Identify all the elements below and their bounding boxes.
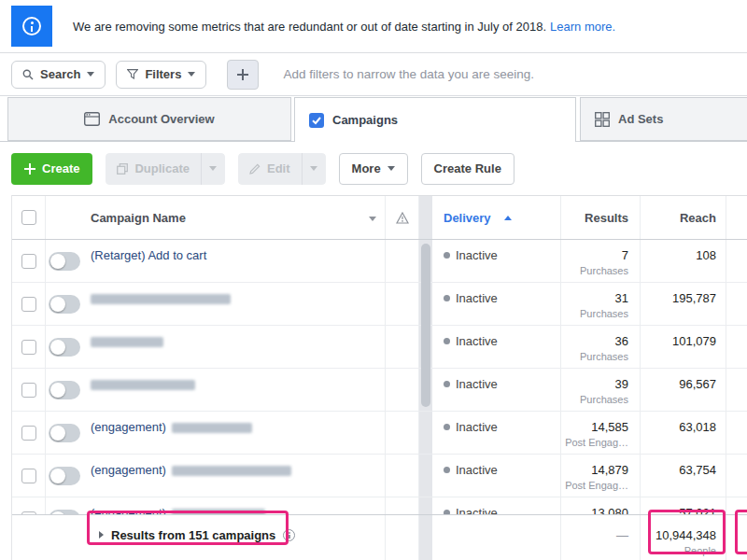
extra-cell bbox=[726, 240, 747, 282]
issues-header bbox=[386, 196, 419, 239]
sort-caret-icon[interactable] bbox=[369, 217, 376, 221]
campaign-toggle[interactable] bbox=[49, 424, 80, 442]
toggle-knob bbox=[50, 469, 65, 483]
campaign-name-cell[interactable]: (Retarget) Add to cart bbox=[83, 240, 386, 282]
campaign-name-link[interactable]: (engagement) bbox=[91, 506, 166, 514]
campaign-name-cell[interactable]: (engagement) bbox=[83, 497, 386, 514]
footer-issues-cell bbox=[386, 515, 419, 560]
campaign-name-link[interactable]: (engagement) bbox=[91, 420, 166, 434]
toggle-knob bbox=[50, 511, 65, 515]
toggle-knob bbox=[50, 426, 65, 441]
status-dot-icon bbox=[444, 510, 450, 514]
row-checkbox[interactable] bbox=[21, 297, 36, 312]
results-type: Post Engag… bbox=[561, 480, 628, 491]
delivery-status: Inactive bbox=[456, 334, 498, 348]
toggle-knob bbox=[50, 383, 65, 398]
delivery-status: Inactive bbox=[456, 463, 498, 477]
tab-bar: Account Overview Campaigns Ad Sets bbox=[0, 96, 747, 142]
footer-summary-cell[interactable]: Results from 151 campaigns bbox=[83, 515, 386, 560]
delivery-cell: Inactive bbox=[432, 455, 561, 497]
vertical-scrollbar-thumb[interactable] bbox=[421, 244, 430, 407]
create-button[interactable]: Create bbox=[11, 153, 92, 185]
campaign-name-cell[interactable]: (engagement) bbox=[83, 455, 386, 497]
results-cell: 36 Purchases bbox=[561, 326, 641, 368]
tab-account-overview[interactable]: Account Overview bbox=[7, 97, 291, 141]
campaign-toggle[interactable] bbox=[49, 381, 80, 399]
add-filter-button[interactable] bbox=[227, 60, 259, 90]
row-checkbox[interactable] bbox=[21, 469, 36, 483]
row-checkbox[interactable] bbox=[21, 383, 36, 398]
account-overview-icon bbox=[84, 112, 100, 126]
learn-more-link[interactable]: Learn more. bbox=[550, 20, 615, 34]
status-dot-icon bbox=[444, 467, 450, 473]
issues-cell bbox=[386, 455, 419, 497]
results-header[interactable]: Results bbox=[561, 196, 641, 239]
campaign-name-header[interactable]: Campaign Name bbox=[83, 196, 386, 239]
campaign-toggle[interactable] bbox=[49, 295, 80, 314]
campaign-name-link[interactable]: (Retarget) Add to cart bbox=[91, 248, 206, 262]
reach-header[interactable]: Reach bbox=[641, 196, 726, 239]
campaign-name-cell[interactable] bbox=[83, 369, 386, 411]
footer-lead-cell bbox=[12, 515, 83, 560]
filters-button[interactable]: Filters bbox=[116, 61, 206, 89]
scrollbar-strip bbox=[419, 412, 432, 454]
select-all-checkbox[interactable] bbox=[21, 210, 36, 225]
create-rule-button[interactable]: Create Rule bbox=[421, 153, 514, 185]
reach-value: 96,567 bbox=[641, 377, 716, 391]
more-button[interactable]: More bbox=[339, 153, 408, 185]
info-circle-icon[interactable] bbox=[283, 529, 295, 541]
duplicate-dropdown-button[interactable] bbox=[201, 153, 225, 185]
delivery-cell: Inactive bbox=[432, 369, 561, 411]
search-button[interactable]: Search bbox=[11, 61, 106, 89]
campaign-name-cell[interactable] bbox=[83, 326, 386, 368]
notice-bar: We are removing some metrics that are re… bbox=[0, 0, 747, 53]
reach-header-label: Reach bbox=[680, 211, 716, 225]
status-dot-icon bbox=[444, 338, 450, 344]
results-type: Purchases bbox=[561, 265, 628, 276]
reach-total-unit: People bbox=[641, 545, 716, 556]
row-checkbox[interactable] bbox=[21, 254, 36, 269]
results-value: 39 bbox=[561, 377, 628, 391]
row-checkbox[interactable] bbox=[21, 511, 36, 515]
campaigns-table: Campaign Name Delivery Results Reach bbox=[11, 195, 747, 560]
tab-ad-sets-label: Ad Sets bbox=[618, 112, 663, 126]
results-cell: 14,879 Post Engag… bbox=[561, 455, 641, 497]
results-value: 14,585 bbox=[561, 420, 628, 434]
row-select-cell bbox=[12, 283, 46, 325]
edit-label: Edit bbox=[267, 161, 290, 175]
edit-split-button: Edit bbox=[238, 153, 326, 185]
duplicate-button[interactable]: Duplicate bbox=[106, 153, 201, 185]
row-select-cell bbox=[12, 455, 46, 497]
scrollbar-strip bbox=[419, 455, 432, 497]
campaign-name-cell[interactable] bbox=[83, 283, 386, 325]
tab-campaigns[interactable]: Campaigns bbox=[294, 97, 576, 142]
campaign-toggle[interactable] bbox=[49, 338, 80, 357]
pencil-icon bbox=[249, 163, 261, 175]
results-value: 36 bbox=[561, 334, 628, 348]
row-select-cell bbox=[12, 412, 46, 454]
delivery-status: Inactive bbox=[456, 291, 498, 305]
row-checkbox[interactable] bbox=[21, 340, 36, 355]
edit-button[interactable]: Edit bbox=[238, 153, 302, 185]
campaign-toggle[interactable] bbox=[49, 510, 80, 515]
edit-dropdown-button[interactable] bbox=[302, 153, 326, 185]
reach-value: 63,754 bbox=[641, 463, 716, 477]
info-circle-icon bbox=[22, 17, 41, 35]
sort-up-icon bbox=[504, 216, 512, 220]
campaign-toggle[interactable] bbox=[49, 467, 80, 485]
campaign-name-cell[interactable]: (engagement) bbox=[83, 412, 386, 454]
table-body: (Retarget) Add to cart Inactive 7 Purcha… bbox=[12, 240, 747, 514]
reach-value: 63,018 bbox=[641, 420, 716, 434]
reach-cell: 195,787 bbox=[641, 283, 726, 325]
results-type: Purchases bbox=[561, 394, 628, 405]
reach-cell: 108 bbox=[641, 240, 726, 282]
ad-sets-grid-icon bbox=[595, 112, 610, 127]
scrollbar-strip[interactable] bbox=[419, 196, 432, 239]
campaign-toggle[interactable] bbox=[49, 252, 80, 271]
campaign-name-link[interactable]: (engagement) bbox=[91, 463, 166, 477]
disclosure-caret-icon[interactable] bbox=[99, 531, 104, 539]
reach-value: 195,787 bbox=[641, 291, 716, 305]
delivery-header[interactable]: Delivery bbox=[432, 196, 561, 239]
tab-ad-sets[interactable]: Ad Sets bbox=[580, 97, 747, 141]
row-checkbox[interactable] bbox=[21, 426, 36, 441]
